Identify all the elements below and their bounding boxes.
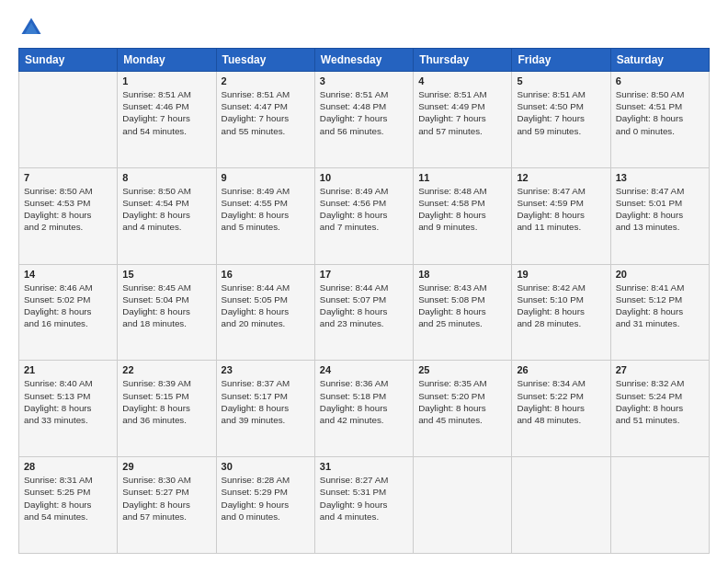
day-number: 28 xyxy=(24,461,112,472)
day-info: Sunrise: 8:39 AM Sunset: 5:15 PM Dayligh… xyxy=(122,377,210,426)
calendar-cell: 11Sunrise: 8:48 AM Sunset: 4:58 PM Dayli… xyxy=(414,167,512,264)
day-info: Sunrise: 8:49 AM Sunset: 4:55 PM Dayligh… xyxy=(222,185,310,234)
day-info: Sunrise: 8:51 AM Sunset: 4:48 PM Dayligh… xyxy=(320,88,408,137)
weekday-header-row: SundayMondayTuesdayWednesdayThursdayFrid… xyxy=(19,49,710,72)
day-number: 3 xyxy=(320,75,408,86)
calendar-cell: 12Sunrise: 8:47 AM Sunset: 4:59 PM Dayli… xyxy=(512,167,610,264)
calendar-cell: 26Sunrise: 8:34 AM Sunset: 5:22 PM Dayli… xyxy=(512,361,610,457)
day-info: Sunrise: 8:43 AM Sunset: 5:08 PM Dayligh… xyxy=(418,282,506,330)
day-info: Sunrise: 8:47 AM Sunset: 4:59 PM Dayligh… xyxy=(517,185,605,234)
weekday-saturday: Saturday xyxy=(610,49,709,72)
calendar-cell: 20Sunrise: 8:41 AM Sunset: 5:12 PM Dayli… xyxy=(610,264,709,361)
calendar: SundayMondayTuesdayWednesdayThursdayFrid… xyxy=(18,48,710,554)
day-number: 4 xyxy=(418,75,506,86)
day-info: Sunrise: 8:51 AM Sunset: 4:46 PM Dayligh… xyxy=(122,88,210,137)
day-number: 11 xyxy=(418,172,506,183)
calendar-cell: 14Sunrise: 8:46 AM Sunset: 5:02 PM Dayli… xyxy=(19,264,118,361)
day-number: 25 xyxy=(418,364,506,375)
day-info: Sunrise: 8:50 AM Sunset: 4:53 PM Dayligh… xyxy=(24,185,112,234)
day-info: Sunrise: 8:47 AM Sunset: 5:01 PM Dayligh… xyxy=(616,185,704,234)
calendar-cell: 31Sunrise: 8:27 AM Sunset: 5:31 PM Dayli… xyxy=(314,457,413,554)
day-number: 2 xyxy=(222,75,310,86)
day-info: Sunrise: 8:48 AM Sunset: 4:58 PM Dayligh… xyxy=(418,185,506,234)
day-info: Sunrise: 8:30 AM Sunset: 5:27 PM Dayligh… xyxy=(122,474,210,523)
calendar-cell: 7Sunrise: 8:50 AM Sunset: 4:53 PM Daylig… xyxy=(19,167,118,264)
calendar-cell: 18Sunrise: 8:43 AM Sunset: 5:08 PM Dayli… xyxy=(414,264,512,361)
weekday-wednesday: Wednesday xyxy=(314,49,413,72)
calendar-cell: 19Sunrise: 8:42 AM Sunset: 5:10 PM Dayli… xyxy=(512,264,610,361)
calendar-cell: 13Sunrise: 8:47 AM Sunset: 5:01 PM Dayli… xyxy=(610,167,709,264)
day-info: Sunrise: 8:31 AM Sunset: 5:25 PM Dayligh… xyxy=(24,474,112,523)
day-info: Sunrise: 8:50 AM Sunset: 4:54 PM Dayligh… xyxy=(122,185,210,234)
weekday-thursday: Thursday xyxy=(414,49,512,72)
day-number: 21 xyxy=(24,364,112,375)
day-number: 13 xyxy=(616,172,704,183)
day-info: Sunrise: 8:45 AM Sunset: 5:04 PM Dayligh… xyxy=(122,282,210,330)
day-number: 23 xyxy=(222,364,310,375)
day-number: 31 xyxy=(320,461,408,472)
day-info: Sunrise: 8:46 AM Sunset: 5:02 PM Dayligh… xyxy=(24,282,112,330)
calendar-cell: 6Sunrise: 8:50 AM Sunset: 4:51 PM Daylig… xyxy=(610,72,709,168)
calendar-cell: 28Sunrise: 8:31 AM Sunset: 5:25 PM Dayli… xyxy=(19,457,118,554)
week-row-1: 1Sunrise: 8:51 AM Sunset: 4:46 PM Daylig… xyxy=(19,72,710,168)
logo-icon xyxy=(18,15,44,40)
calendar-cell xyxy=(19,72,118,168)
day-info: Sunrise: 8:34 AM Sunset: 5:22 PM Dayligh… xyxy=(517,377,605,426)
calendar-cell: 1Sunrise: 8:51 AM Sunset: 4:46 PM Daylig… xyxy=(118,72,216,168)
calendar-cell: 24Sunrise: 8:36 AM Sunset: 5:18 PM Dayli… xyxy=(314,361,413,457)
calendar-cell xyxy=(610,457,709,554)
day-number: 15 xyxy=(122,269,210,280)
week-row-5: 28Sunrise: 8:31 AM Sunset: 5:25 PM Dayli… xyxy=(19,457,710,554)
calendar-cell: 8Sunrise: 8:50 AM Sunset: 4:54 PM Daylig… xyxy=(118,167,216,264)
day-number: 22 xyxy=(122,364,210,375)
day-number: 9 xyxy=(222,172,310,183)
weekday-friday: Friday xyxy=(512,49,610,72)
header xyxy=(18,15,710,40)
day-info: Sunrise: 8:41 AM Sunset: 5:12 PM Dayligh… xyxy=(616,282,704,330)
calendar-cell: 9Sunrise: 8:49 AM Sunset: 4:55 PM Daylig… xyxy=(216,167,314,264)
day-number: 18 xyxy=(418,269,506,280)
week-row-2: 7Sunrise: 8:50 AM Sunset: 4:53 PM Daylig… xyxy=(19,167,710,264)
calendar-cell: 16Sunrise: 8:44 AM Sunset: 5:05 PM Dayli… xyxy=(216,264,314,361)
day-number: 7 xyxy=(24,172,112,183)
calendar-cell: 10Sunrise: 8:49 AM Sunset: 4:56 PM Dayli… xyxy=(314,167,413,264)
calendar-cell: 30Sunrise: 8:28 AM Sunset: 5:29 PM Dayli… xyxy=(216,457,314,554)
calendar-cell: 2Sunrise: 8:51 AM Sunset: 4:47 PM Daylig… xyxy=(216,72,314,168)
calendar-cell: 4Sunrise: 8:51 AM Sunset: 4:49 PM Daylig… xyxy=(414,72,512,168)
calendar-cell: 27Sunrise: 8:32 AM Sunset: 5:24 PM Dayli… xyxy=(610,361,709,457)
day-number: 5 xyxy=(517,75,605,86)
day-info: Sunrise: 8:27 AM Sunset: 5:31 PM Dayligh… xyxy=(320,474,408,523)
logo xyxy=(18,15,46,40)
day-info: Sunrise: 8:35 AM Sunset: 5:20 PM Dayligh… xyxy=(418,377,506,426)
day-number: 10 xyxy=(320,172,408,183)
day-info: Sunrise: 8:28 AM Sunset: 5:29 PM Dayligh… xyxy=(222,474,310,523)
day-info: Sunrise: 8:44 AM Sunset: 5:05 PM Dayligh… xyxy=(222,282,310,330)
calendar-cell: 25Sunrise: 8:35 AM Sunset: 5:20 PM Dayli… xyxy=(414,361,512,457)
day-number: 8 xyxy=(122,172,210,183)
week-row-4: 21Sunrise: 8:40 AM Sunset: 5:13 PM Dayli… xyxy=(19,361,710,457)
calendar-header: SundayMondayTuesdayWednesdayThursdayFrid… xyxy=(19,49,710,72)
day-number: 6 xyxy=(616,75,704,86)
calendar-cell: 15Sunrise: 8:45 AM Sunset: 5:04 PM Dayli… xyxy=(118,264,216,361)
weekday-tuesday: Tuesday xyxy=(216,49,314,72)
day-number: 12 xyxy=(517,172,605,183)
day-number: 24 xyxy=(320,364,408,375)
weekday-monday: Monday xyxy=(118,49,216,72)
day-number: 27 xyxy=(616,364,704,375)
day-number: 30 xyxy=(222,461,310,472)
day-info: Sunrise: 8:36 AM Sunset: 5:18 PM Dayligh… xyxy=(320,377,408,426)
day-info: Sunrise: 8:50 AM Sunset: 4:51 PM Dayligh… xyxy=(616,88,704,137)
weekday-sunday: Sunday xyxy=(19,49,118,72)
calendar-cell: 5Sunrise: 8:51 AM Sunset: 4:50 PM Daylig… xyxy=(512,72,610,168)
day-number: 1 xyxy=(122,75,210,86)
day-info: Sunrise: 8:40 AM Sunset: 5:13 PM Dayligh… xyxy=(24,377,112,426)
calendar-body: 1Sunrise: 8:51 AM Sunset: 4:46 PM Daylig… xyxy=(19,72,710,554)
calendar-cell: 22Sunrise: 8:39 AM Sunset: 5:15 PM Dayli… xyxy=(118,361,216,457)
day-info: Sunrise: 8:51 AM Sunset: 4:49 PM Dayligh… xyxy=(418,88,506,137)
calendar-cell: 23Sunrise: 8:37 AM Sunset: 5:17 PM Dayli… xyxy=(216,361,314,457)
day-number: 16 xyxy=(222,269,310,280)
week-row-3: 14Sunrise: 8:46 AM Sunset: 5:02 PM Dayli… xyxy=(19,264,710,361)
calendar-cell: 3Sunrise: 8:51 AM Sunset: 4:48 PM Daylig… xyxy=(314,72,413,168)
calendar-cell xyxy=(512,457,610,554)
day-number: 26 xyxy=(517,364,605,375)
